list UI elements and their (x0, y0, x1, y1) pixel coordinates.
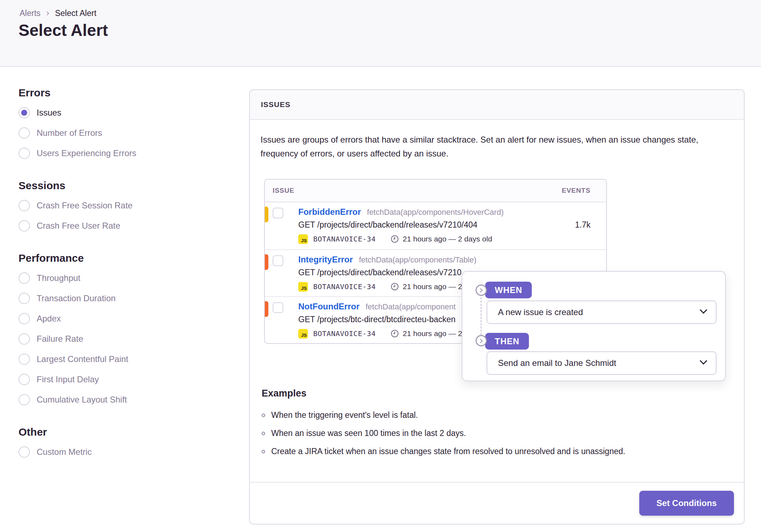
then-badge: THEN (485, 333, 529, 350)
alert-type-radio-option[interactable]: First Input Delay (19, 373, 232, 386)
select-alert-page: Alerts › Select Alert Select Alert Error… (0, 0, 761, 532)
alert-type-radio-option[interactable]: Custom Metric (19, 446, 232, 458)
radio-button[interactable] (19, 394, 30, 405)
breadcrumb-chevron-icon: › (46, 8, 49, 17)
sidebar-section-title: Performance (19, 252, 232, 264)
clock-icon (390, 235, 399, 243)
then-action-select[interactable]: Send an email to Jane Schmidt (487, 351, 717, 375)
issue-checkbox[interactable] (273, 302, 283, 313)
radio-button[interactable] (19, 107, 30, 118)
chevron-right-circle-icon (476, 284, 487, 296)
bullet-icon (262, 432, 265, 435)
radio-button[interactable] (19, 127, 30, 139)
alert-rule-card: WHEN A new issue is created THEN Send an… (462, 271, 726, 381)
project-slug: BOTANAVOICE-34 (313, 235, 376, 243)
platform-js-badge: JS (298, 282, 308, 292)
chevron-down-icon (700, 357, 707, 365)
radio-button[interactable] (19, 333, 30, 345)
example-text: When the triggering event's level is fat… (271, 406, 418, 424)
platform-js-badge: JS (298, 234, 308, 244)
radio-button[interactable] (19, 293, 30, 304)
radio-label: Transaction Duration (37, 293, 116, 303)
breadcrumb-link-alerts[interactable]: Alerts (20, 9, 41, 18)
panel-header: ISSUES (250, 90, 744, 120)
example-item: Create a JIRA ticket when an issue chang… (262, 442, 733, 461)
issue-level-bar (265, 301, 268, 317)
example-text: Create a JIRA ticket when an issue chang… (271, 442, 625, 461)
issue-level-bar (265, 254, 268, 270)
radio-button[interactable] (19, 353, 30, 365)
issue-table-row: ForbiddenError fetchData(app/components/… (265, 202, 606, 249)
issue-level-bar (265, 207, 268, 222)
alert-type-radio-option[interactable]: Cumulative Layout Shift (19, 393, 232, 406)
chevron-right-circle-icon (476, 335, 487, 346)
page-header: Alerts › Select Alert Select Alert (0, 0, 761, 67)
issue-culprit: fetchData(app/components/HoverCard) (367, 208, 504, 217)
alert-type-radio-option[interactable]: Apdex (19, 312, 232, 325)
when-condition-select[interactable]: A new issue is created (487, 300, 717, 324)
radio-label: Crash Free User Rate (37, 221, 120, 231)
radio-label: Users Experiencing Errors (37, 148, 136, 158)
sidebar-section: Performance Throughput Transaction Durat… (19, 252, 232, 406)
alert-type-radio-option[interactable]: Users Experiencing Errors (19, 147, 232, 160)
sidebar-section: Sessions Crash Free Session Rate Crash F… (19, 180, 232, 232)
radio-label: Number of Errors (37, 128, 102, 138)
radio-button[interactable] (19, 272, 30, 284)
alert-type-radio-option[interactable]: Throughput (19, 272, 232, 284)
alert-type-radio-option[interactable]: Failure Rate (19, 332, 232, 345)
issues-table-header: ISSUE EVENTS (265, 180, 606, 202)
examples-section: Examples When the triggering event's lev… (262, 388, 733, 461)
radio-label: Cumulative Layout Shift (37, 395, 127, 405)
alert-type-radio-option[interactable]: Largest Contentful Paint (19, 353, 232, 366)
sidebar-section-title: Sessions (19, 180, 232, 192)
radio-label: Largest Contentful Paint (37, 354, 128, 364)
alert-type-sidebar: Errors Issues Number of Errors Users Exp… (19, 87, 232, 478)
column-header-events: EVENTS (562, 187, 591, 195)
radio-button[interactable] (19, 200, 30, 211)
breadcrumb-current: Select Alert (55, 9, 96, 18)
project-slug: BOTANAVOICE-34 (313, 329, 376, 338)
step-connector-line (481, 297, 482, 335)
examples-title: Examples (262, 388, 733, 399)
issue-transaction: GET /projects/direct/backend/releases/v7… (298, 220, 591, 230)
column-header-issue: ISSUE (273, 187, 562, 195)
alert-type-radio-option[interactable]: Crash Free User Rate (19, 219, 232, 232)
issue-title-link[interactable]: IntegrityError (298, 255, 353, 265)
breadcrumb: Alerts › Select Alert (20, 9, 96, 18)
radio-label: Throughput (37, 273, 80, 283)
radio-label: Apdex (37, 314, 61, 324)
radio-button[interactable] (19, 446, 30, 458)
when-badge: WHEN (485, 282, 532, 298)
alert-type-radio-option[interactable]: Crash Free Session Rate (19, 199, 232, 212)
sidebar-section-title: Errors (19, 87, 232, 99)
example-item: When the triggering event's level is fat… (262, 406, 733, 424)
sidebar-section-title: Other (19, 426, 232, 438)
radio-button[interactable] (19, 148, 30, 159)
radio-label: Custom Metric (37, 447, 92, 457)
radio-button[interactable] (19, 220, 30, 232)
when-condition-value: A new issue is created (498, 307, 583, 317)
issue-checkbox[interactable] (273, 208, 283, 218)
radio-label: First Input Delay (37, 374, 99, 384)
clock-icon (390, 282, 399, 291)
sidebar-section: Errors Issues Number of Errors Users Exp… (19, 87, 232, 160)
chevron-down-icon (700, 306, 707, 314)
alert-type-radio-option[interactable]: Transaction Duration (19, 292, 232, 305)
example-item: When an issue was seen 100 times in the … (262, 424, 733, 442)
bullet-icon (262, 414, 265, 417)
radio-button[interactable] (19, 313, 30, 324)
radio-button[interactable] (19, 374, 30, 385)
sidebar-section: Other Custom Metric (19, 426, 232, 458)
panel-footer: Set Conditions (250, 482, 744, 524)
clock-icon (390, 329, 399, 338)
issue-culprit: fetchData(app/component (366, 302, 456, 312)
issue-title-link[interactable]: ForbiddenError (298, 207, 361, 217)
issue-checkbox[interactable] (273, 255, 283, 266)
alert-type-radio-option[interactable]: Issues (19, 106, 232, 119)
issue-title-link[interactable]: NotFoundError (298, 302, 359, 312)
project-slug: BOTANAVOICE-34 (313, 282, 376, 291)
alert-type-radio-option[interactable]: Number of Errors (19, 127, 232, 139)
platform-js-badge: JS (298, 329, 308, 339)
issues-description: Issues are groups of errors that have a … (261, 133, 727, 160)
set-conditions-button[interactable]: Set Conditions (639, 491, 734, 516)
